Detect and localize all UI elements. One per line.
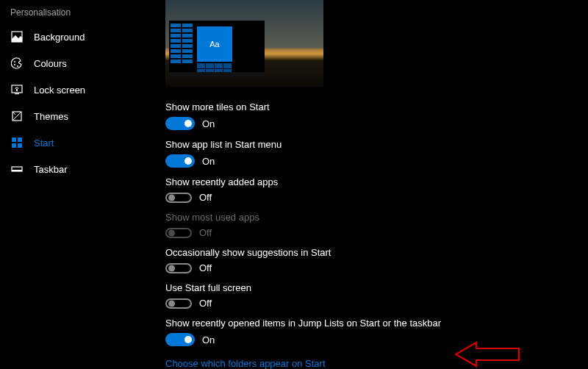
setting-show-more-tiles: Show more tiles on Start On [165,101,441,130]
themes-icon [10,110,24,123]
nav-label: Start [34,137,54,148]
svg-rect-10 [12,143,16,148]
svg-point-3 [17,65,18,67]
nav-label: Colours [34,58,67,69]
start-icon [10,136,24,149]
svg-rect-9 [18,137,22,142]
background-icon [10,30,24,43]
svg-rect-6 [15,93,19,94]
svg-rect-5 [16,89,18,91]
toggle-full-screen[interactable] [165,298,192,309]
nav-label: Themes [34,111,68,122]
setting-recently-added: Show recently added apps Off [165,176,441,203]
svg-point-1 [14,61,15,62]
setting-label: Show recently added apps [165,176,441,187]
sidebar: Personalisation Background Colours Lock … [0,0,143,369]
sidebar-item-themes[interactable]: Themes [0,103,143,129]
sidebar-item-background[interactable]: Background [0,24,143,50]
toggle-show-more-tiles[interactable] [165,117,195,130]
svg-point-2 [14,64,15,65]
setting-most-used: Show most used apps Off [165,212,441,238]
toggle-state: Off [199,227,212,238]
setting-suggestions: Occasionally show suggestions in Start O… [165,247,441,273]
setting-label: Show recently opened items in Jump Lists… [165,318,441,329]
toggle-state: Off [199,298,212,309]
setting-full-screen: Use Start full screen Off [165,282,441,309]
setting-label: Use Start full screen [165,282,441,293]
setting-jump-lists: Show recently opened items in Jump Lists… [165,318,441,346]
link-choose-folders[interactable]: Choose which folders appear on Start [165,358,326,369]
nav-label: Background [34,32,85,43]
colours-icon [10,57,24,70]
toggle-state: On [202,334,215,345]
sidebar-item-start[interactable]: Start [0,129,143,156]
content-area: Aa Show more tiles on Start On Show app … [165,0,577,369]
toggle-state: On [202,156,215,167]
nav-label: Lock screen [34,85,85,96]
setting-label: Show app list in Start menu [165,139,441,150]
toggle-jump-lists[interactable] [165,333,195,346]
toggle-state: Off [199,262,212,273]
setting-label: Show more tiles on Start [165,101,441,112]
sidebar-title: Personalisation [0,4,143,24]
sidebar-item-taskbar[interactable]: Taskbar [0,156,143,182]
setting-show-app-list: Show app list in Start menu On [165,139,441,168]
preview-tile-sample: Aa [197,26,232,62]
svg-rect-8 [12,137,16,142]
start-preview: Aa [165,0,323,87]
setting-label: Show most used apps [165,212,441,223]
toggle-show-app-list[interactable] [165,154,195,168]
start-settings-list: Show more tiles on Start On Show app lis… [165,101,441,369]
toggle-suggestions[interactable] [165,263,192,273]
annotation-arrow [454,341,520,368]
taskbar-icon [10,162,24,176]
svg-rect-11 [18,143,22,148]
toggle-recently-added[interactable] [165,193,192,203]
toggle-most-used [165,228,192,238]
setting-label: Occasionally show suggestions in Start [165,247,441,258]
toggle-state: Off [199,192,212,203]
toggle-state: On [202,118,215,129]
sidebar-item-colours[interactable]: Colours [0,50,143,76]
sidebar-item-lock-screen[interactable]: Lock screen [0,76,143,103]
svg-rect-13 [12,170,22,171]
lock-screen-icon [10,83,24,96]
nav-label: Taskbar [34,164,68,175]
